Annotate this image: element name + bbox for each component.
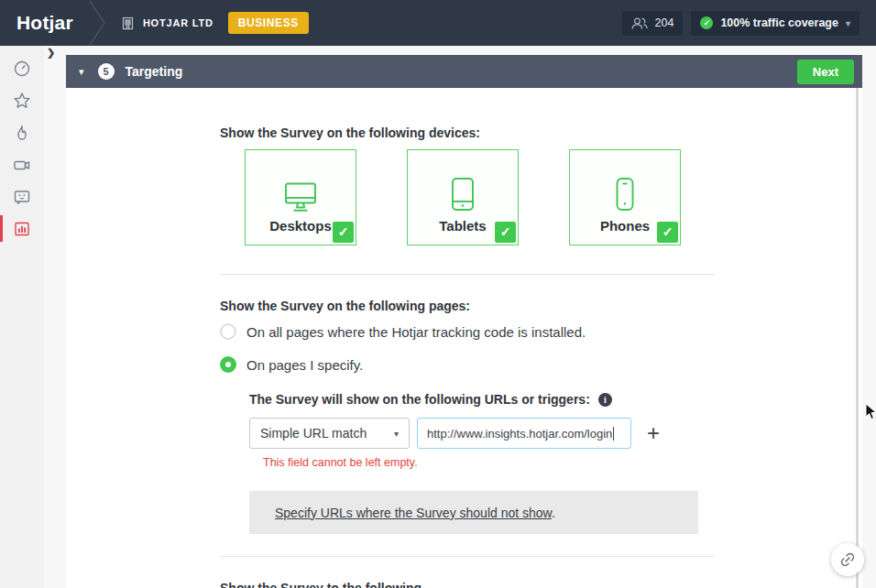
radio-pages-i-specify-label: On pages I specify. xyxy=(246,357,363,373)
exclude-link-suffix: . xyxy=(552,506,555,520)
bar-chart-icon xyxy=(13,220,31,238)
left-sidebar xyxy=(0,46,44,588)
sidebar-item-dashboard[interactable] xyxy=(0,52,44,84)
plan-badge: BUSINESS xyxy=(228,12,309,34)
pages-heading: Show the Survey on the following pages: xyxy=(220,299,715,314)
match-type-value: Simple URL match xyxy=(260,426,367,441)
targeting-panel-body: Show the Survey on the following devices… xyxy=(66,88,862,588)
user-count: 204 xyxy=(655,16,674,29)
info-icon[interactable]: i xyxy=(598,393,612,407)
coverage-check-icon: ✓ xyxy=(700,16,713,29)
url-input[interactable]: http://www.insights.hotjar.com/login xyxy=(417,418,631,449)
url-input-value: http://www.insights.hotjar.com/login xyxy=(427,427,612,441)
radio-selected-icon[interactable] xyxy=(220,356,236,373)
validation-error-message: This field cannot be left empty. xyxy=(263,456,715,469)
chevron-down-icon: ▾ xyxy=(846,18,850,28)
add-url-button[interactable]: + xyxy=(647,422,660,444)
radio-all-pages-label: On all pages where the Hotjar tracking c… xyxy=(246,324,586,340)
video-camera-icon xyxy=(13,156,31,174)
users-icon xyxy=(631,16,648,30)
sidebar-item-favorites[interactable] xyxy=(0,84,44,116)
text-caret xyxy=(613,427,614,441)
radio-pages-i-specify[interactable]: On pages I specify. xyxy=(220,356,715,373)
device-label: Desktops xyxy=(269,218,332,234)
exclude-urls-link[interactable]: Specify URLs where the Survey should not… xyxy=(275,506,552,520)
section-divider xyxy=(220,274,715,275)
device-card-desktops[interactable]: Desktops ✓ xyxy=(245,149,356,245)
traffic-coverage-dropdown[interactable]: ✓ 100% traffic coverage ▾ xyxy=(691,11,860,36)
urls-heading: The Survey will show on the following UR… xyxy=(249,392,590,408)
device-checkbox-checked[interactable]: ✓ xyxy=(333,222,354,243)
match-type-select[interactable]: Simple URL match ▾ xyxy=(249,418,410,449)
url-rule-row: Simple URL match ▾ http://www.insights.h… xyxy=(249,418,715,449)
user-count-badge[interactable]: 204 xyxy=(622,11,684,36)
organization-name: HOTJAR LTD xyxy=(143,17,214,28)
link-icon xyxy=(836,548,859,571)
next-section-heading-partial: Show the Survey to the following xyxy=(220,581,715,588)
hotjar-logo[interactable]: Hotjar xyxy=(0,12,88,34)
radio-all-pages[interactable]: On all pages where the Hotjar tracking c… xyxy=(220,323,715,340)
collapse-section-caret-icon[interactable]: ▾ xyxy=(79,66,84,78)
sidebar-item-surveys[interactable] xyxy=(0,212,44,245)
sidebar-item-heatmaps[interactable] xyxy=(0,116,44,148)
device-card-phones[interactable]: Phones ✓ xyxy=(569,149,681,245)
building-icon xyxy=(121,16,135,30)
sidebar-item-feedback[interactable] xyxy=(0,180,44,212)
device-checkbox-checked[interactable]: ✓ xyxy=(657,222,678,243)
phone-icon xyxy=(614,177,636,213)
targeting-panel: ▾ 5 Targeting Next Show the Survey on th… xyxy=(66,55,862,588)
next-button[interactable]: Next xyxy=(797,60,854,84)
sidebar-item-recordings[interactable] xyxy=(0,148,44,180)
device-checkbox-checked[interactable]: ✓ xyxy=(495,222,516,243)
device-cards: Desktops ✓ Tablets ✓ xyxy=(220,149,715,245)
section-title: Targeting xyxy=(126,64,183,79)
desktop-icon xyxy=(279,182,322,213)
device-label: Phones xyxy=(600,218,650,234)
share-link-floating-button[interactable] xyxy=(831,543,864,576)
top-navigation-bar: Hotjar HOTJAR LTD BUSINESS 204 ✓ 100% tr… xyxy=(0,0,876,46)
exclude-urls-box: Specify URLs where the Survey should not… xyxy=(249,491,698,534)
chevron-down-icon: ▾ xyxy=(394,429,399,439)
flame-icon xyxy=(13,124,31,142)
traffic-coverage-label: 100% traffic coverage xyxy=(720,16,838,29)
device-label: Tablets xyxy=(439,218,486,234)
radio-unselected-icon[interactable] xyxy=(220,323,236,340)
devices-heading: Show the Survey on the following devices… xyxy=(220,125,715,141)
star-icon xyxy=(13,92,31,110)
targeting-panel-header: ▾ 5 Targeting Next xyxy=(66,55,862,88)
tablet-icon xyxy=(450,177,476,213)
step-number-badge: 5 xyxy=(98,63,115,80)
sidebar-expand-chevron-icon[interactable]: ❯ xyxy=(47,47,55,59)
organization-switcher[interactable]: HOTJAR LTD xyxy=(121,16,214,30)
mouse-cursor xyxy=(865,403,876,420)
section-divider xyxy=(220,556,715,557)
logo-separator-chevron xyxy=(88,0,108,46)
dashboard-dial-icon xyxy=(13,60,31,78)
scrollbar-track[interactable] xyxy=(856,88,859,588)
device-card-tablets[interactable]: Tablets ✓ xyxy=(407,149,519,245)
feedback-bubble-icon xyxy=(13,188,31,206)
